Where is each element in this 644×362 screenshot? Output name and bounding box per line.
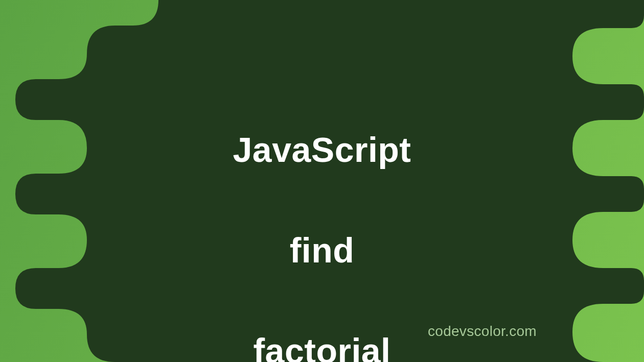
title-line-1: JavaScript bbox=[221, 125, 423, 175]
attribution-label: codevscolor.com bbox=[428, 323, 537, 340]
thumbnail-title: JavaScript find factorial of a number bbox=[221, 74, 423, 362]
title-line-2: find bbox=[221, 225, 423, 276]
thumbnail-canvas: JavaScript find factorial of a number co… bbox=[0, 0, 644, 362]
title-line-3: factorial bbox=[221, 326, 423, 362]
